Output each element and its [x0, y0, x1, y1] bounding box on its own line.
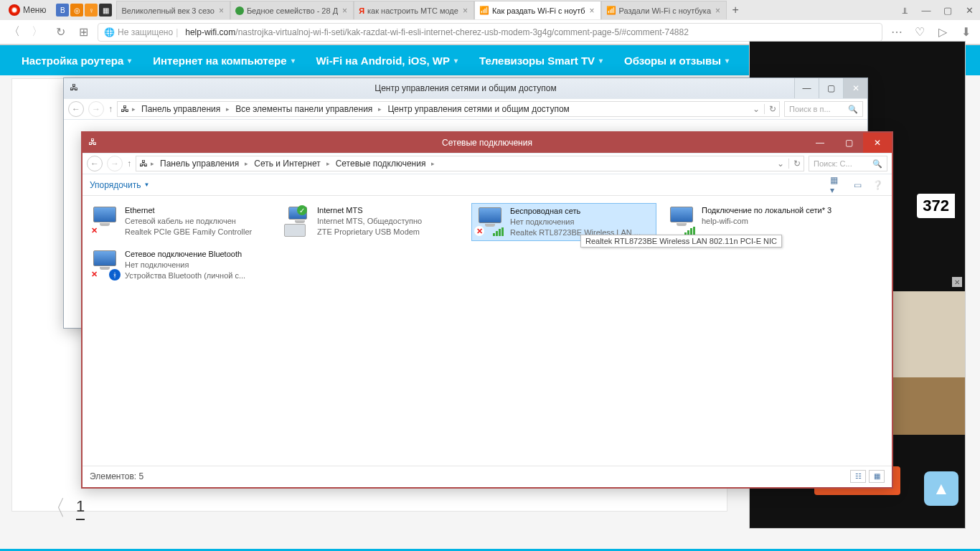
sidebar-toggle-icon[interactable]: ⫫ [894, 1, 915, 19]
new-tab-button[interactable]: + [727, 4, 744, 17]
close-icon[interactable]: × [217, 6, 225, 16]
close-icon[interactable]: × [714, 6, 722, 16]
prev-page-button[interactable]: 〈 [44, 494, 66, 523]
connections-list: ✕ EthernetСетевой кабель не подключенRea… [83, 196, 892, 466]
up-button[interactable]: ↑ [127, 159, 131, 169]
url-field[interactable]: 🌐Не защищено | help-wifi.com/nastrojka-v… [98, 23, 882, 42]
window-titlebar[interactable]: 🖧 Сетевые подключения — ▢ ✕ [83, 133, 892, 153]
monitor-icon [93, 207, 116, 222]
modem-icon [284, 224, 306, 237]
close-icon[interactable]: × [341, 6, 349, 16]
chevron-right-icon: ▸ [326, 160, 330, 167]
search-input[interactable]: Поиск: С...🔍 [809, 156, 887, 171]
dropdown-icon[interactable]: ⌄ [777, 159, 784, 169]
browser-tab-bar: Меню B ◎ ♀ ▦ Великолепный век 3 сезо× Бе… [0, 0, 980, 20]
chevron-down-icon: ▼ [143, 182, 149, 188]
help-icon[interactable]: ❔ [870, 179, 885, 192]
forward-button[interactable]: → [107, 156, 123, 171]
save-icon[interactable]: ▷ [934, 24, 951, 41]
minimize-button[interactable]: — [794, 78, 819, 98]
minimize-button[interactable]: — [915, 1, 937, 19]
ok2-icon[interactable]: ♀ [85, 4, 98, 17]
forward-button[interactable]: 〉 [29, 24, 46, 41]
speed-dial-button[interactable]: ⊞ [75, 24, 92, 41]
back-button[interactable]: ← [87, 156, 103, 171]
back-button[interactable]: ← [68, 101, 84, 117]
close-icon[interactable]: × [588, 6, 596, 16]
chevron-down-icon: ▾ [454, 57, 458, 65]
network-icon: 🖧 [88, 137, 100, 149]
scroll-top-button[interactable]: ▲ [924, 471, 958, 506]
chevron-right-icon: ▸ [151, 160, 154, 167]
monitor-icon [479, 207, 501, 223]
reload-button[interactable]: ↻ [52, 24, 69, 41]
up-button[interactable]: ↑ [108, 104, 113, 114]
view-dropdown-icon[interactable]: ▦ ▾ [830, 179, 844, 192]
disconnected-icon: ✕ [89, 269, 99, 279]
ok-icon[interactable]: ◎ [70, 4, 83, 17]
nav-item[interactable]: Интернет на компьютере▾ [153, 55, 294, 67]
back-button[interactable]: 〈 [6, 24, 23, 41]
chevron-right-icon: ▸ [132, 105, 136, 113]
monitor-icon [670, 207, 693, 222]
connection-item-ethernet[interactable]: ✕ EthernetСетевой кабель не подключенRea… [87, 203, 272, 241]
tiles-view-icon[interactable]: ▦ [869, 470, 885, 483]
window-titlebar[interactable]: 🖧 Центр управления сетями и общим доступ… [64, 78, 867, 98]
organize-button[interactable]: Упорядочить▼ [90, 180, 149, 190]
signal-bars-icon [493, 227, 504, 236]
folder-icon: 🖧 [121, 104, 129, 114]
nav-item[interactable]: Настройка роутера▾ [22, 55, 131, 67]
bookmark-icon[interactable]: ♡ [911, 24, 928, 41]
minimize-button[interactable]: — [806, 133, 834, 153]
breadcrumb[interactable]: 🖧 ▸ Панель управления ▸ Все элементы пан… [117, 101, 780, 117]
details-view-icon[interactable]: ☷ [850, 470, 866, 483]
disconnected-icon: ✕ [89, 225, 99, 235]
breadcrumb[interactable]: 🖧 ▸ Панель управления ▸ Сеть и Интернет … [136, 156, 804, 171]
nav-item[interactable]: Телевизоры Smart TV▾ [479, 55, 603, 67]
download-icon[interactable]: ⬇ [957, 24, 974, 41]
tooltip: Realtek RTL8723BE Wireless LAN 802.11n P… [580, 235, 782, 248]
pagination: 〈 1 [44, 494, 85, 523]
vpn-icon[interactable]: ⋯ [888, 24, 905, 41]
close-button[interactable]: ✕ [843, 78, 867, 98]
opera-logo-icon [9, 4, 20, 16]
close-button[interactable]: ✕ [863, 133, 892, 153]
chevron-right-icon: ▸ [431, 160, 435, 167]
tab-3[interactable]: 📶Как раздать Wi-Fi с ноутб× [474, 1, 601, 19]
maximize-button[interactable]: ▢ [834, 133, 863, 153]
chevron-down-icon: ▾ [599, 57, 603, 65]
close-icon[interactable]: × [461, 6, 469, 16]
bluetooth-icon: ᚼ [109, 269, 121, 281]
chevron-right-icon: ▸ [378, 105, 382, 113]
toolbar: Упорядочить▼ ▦ ▾ ▭ ❔ [83, 174, 892, 196]
tab-0[interactable]: Великолепный век 3 сезо× [116, 1, 230, 19]
tab-4[interactable]: 📶Раздали Wi-Fi с ноутбука× [601, 1, 727, 19]
search-input[interactable]: Поиск в п...🔍 [784, 101, 863, 117]
dropdown-icon[interactable]: ⌄ [753, 104, 760, 114]
chevron-right-icon: ▸ [226, 105, 230, 113]
tab-1[interactable]: Бедное семейство - 28 Д× [230, 1, 354, 19]
refresh-icon[interactable]: ↻ [764, 104, 776, 114]
maximize-button[interactable]: ▢ [819, 78, 843, 98]
opera-menu-button[interactable]: Меню [3, 4, 52, 16]
tab-2[interactable]: Якак настроить МТС моде× [354, 1, 474, 19]
nav-item[interactable]: Wi-Fi на Android, iOS, WP▾ [316, 55, 458, 67]
breadcrumb-bar: ← → ↑ 🖧 ▸ Панель управления ▸ Все элемен… [64, 98, 867, 120]
wifi-icon: 📶 [606, 6, 616, 15]
ad-close-icon[interactable]: ✕ [952, 277, 962, 287]
disconnected-icon: ✕ [474, 226, 484, 236]
nav-item[interactable]: Обзоры и отзывы▾ [624, 55, 729, 67]
chevron-down-icon: ▾ [291, 57, 295, 65]
ad-number: 372 [917, 194, 955, 218]
refresh-icon[interactable]: ↻ [788, 159, 801, 169]
tv-icon[interactable]: ▦ [99, 4, 112, 17]
connection-item-mts[interactable]: ✓ Internet MTSInternet MTS, Общедоступно… [279, 203, 464, 241]
preview-pane-icon[interactable]: ▭ [850, 179, 864, 192]
yandex-icon: Я [359, 6, 364, 15]
maximize-button[interactable]: ▢ [937, 1, 958, 19]
forward-button[interactable]: → [88, 101, 104, 117]
connection-item-bluetooth[interactable]: ✕ᚼ Сетевое подключение BluetoothНет подк… [87, 247, 272, 283]
speed-dial-icons: B ◎ ♀ ▦ [52, 4, 116, 17]
close-button[interactable]: ✕ [958, 1, 980, 19]
vk-icon[interactable]: B [56, 4, 69, 17]
